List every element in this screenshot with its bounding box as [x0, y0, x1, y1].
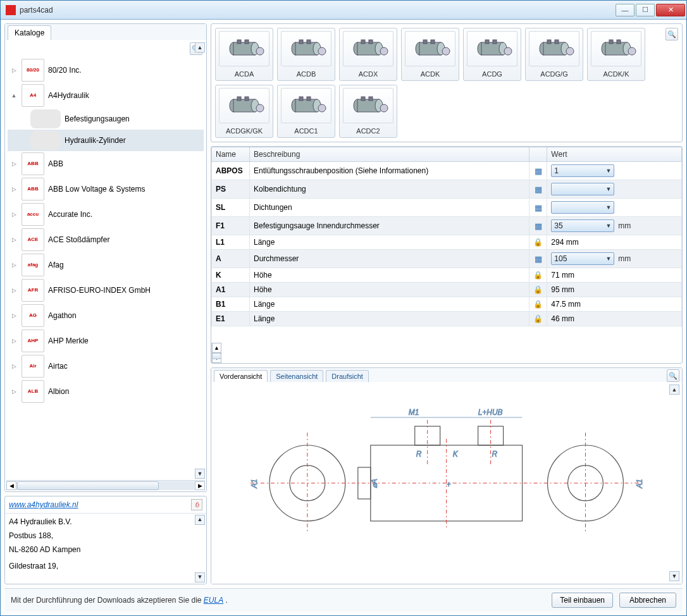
hscroll-track[interactable] [17, 481, 194, 490]
sidebar-item[interactable]: ▷AFRAFRISO-EURO-INDEX GmbH [8, 278, 204, 303]
tree-scroll-down[interactable]: ▼ [195, 469, 205, 479]
vscroll-up[interactable]: ▲ [212, 343, 221, 353]
preview-scroll-up[interactable]: ▲ [669, 385, 679, 395]
cancel-button[interactable]: Abbrechen [619, 593, 676, 608]
expander-icon[interactable]: ▷ [10, 287, 18, 293]
param-dropdown[interactable]: 105▼ [551, 252, 614, 265]
eula-link[interactable]: EULA [204, 596, 223, 605]
param-row: B1Länge🔒47.5 mm [212, 297, 682, 312]
tab-kataloge[interactable]: Kataloge [8, 25, 51, 40]
params-vscroll[interactable]: ▲ ▼ [211, 343, 221, 363]
svg-rect-53 [307, 97, 311, 101]
part-thumb[interactable]: ACDK/K [587, 28, 645, 81]
preview-body: M1 L+HUB R K R ⌀A A1 A1 + [211, 382, 682, 584]
expander-icon[interactable]: ▷ [10, 237, 18, 243]
svg-point-57 [380, 104, 388, 112]
hscroll-left[interactable]: ◀ [6, 481, 16, 490]
grid-icon[interactable]: ▦ [535, 254, 542, 264]
client-area: Kataloge 🔍 ▷80/2080/20 Inc.▲A4A4Hydrauli… [1, 20, 686, 615]
sidebar-item[interactable]: ▷ABBABB Low Voltage & Systems [8, 176, 204, 202]
thumbs-search-button[interactable]: 🔍 [665, 28, 678, 40]
part-thumb[interactable]: ACDG/G [525, 28, 583, 81]
minimize-button[interactable]: — [616, 4, 634, 16]
col-desc[interactable]: Beschreibung [250, 147, 529, 162]
param-value-cell: 46 mm [547, 312, 682, 326]
expander-icon[interactable]: ▷ [10, 312, 18, 319]
tree-scroll-up[interactable]: ▲ [195, 42, 205, 52]
sidebar-item[interactable]: ▷AirAirtac [8, 354, 204, 379]
sidebar-item[interactable]: ▷ALBAlbion [8, 379, 204, 404]
info-line: A4 Hydrauliek B.V. [9, 516, 202, 527]
thumb-label: ACDX [359, 70, 378, 78]
param-dropdown[interactable]: 1▼ [551, 164, 614, 177]
grid-icon[interactable]: ▦ [535, 166, 542, 176]
svg-point-45 [256, 104, 264, 112]
maximize-button[interactable]: ☐ [636, 4, 655, 16]
close-button[interactable]: ✕ [656, 4, 685, 16]
expander-icon[interactable]: ▷ [10, 363, 18, 369]
vendor-logo: accu [22, 203, 44, 226]
grid-icon[interactable]: ▦ [535, 185, 542, 194]
grid-icon[interactable]: ▦ [535, 221, 542, 231]
expander-icon[interactable]: ▷ [10, 211, 18, 218]
expander-icon[interactable]: ▷ [10, 388, 18, 395]
tree-hscroll[interactable]: ◀ ▶ [6, 480, 205, 490]
expander-icon[interactable]: ▲ [10, 92, 18, 99]
pdf-icon[interactable]: ⎙ [191, 499, 202, 510]
col-value[interactable]: Wert [547, 147, 682, 162]
info-scroll-down[interactable]: ▼ [195, 572, 205, 582]
sidebar-item[interactable]: ▷80/2080/20 Inc. [8, 58, 204, 83]
sidebar-item-label: A4Hydraulik [48, 91, 89, 100]
vendor-link[interactable]: www.a4hydrauliek.nl [9, 500, 78, 509]
param-icon-cell: 🔒 [529, 283, 547, 297]
param-dropdown[interactable]: 35▼ [551, 219, 614, 232]
sidebar-item[interactable]: ▷ACEACE Stoßdämpfer [8, 227, 204, 252]
svg-rect-52 [299, 97, 303, 101]
sidebar-item[interactable]: ▷AHPAHP Merkle [8, 328, 204, 354]
part-thumb[interactable]: ACDB [277, 28, 335, 81]
sidebar-item[interactable]: ▲A4A4Hydraulik [8, 83, 204, 108]
sidebar-item[interactable]: ▷accuAccurate Inc. [8, 202, 204, 227]
info-scroll-up[interactable]: ▲ [195, 515, 205, 525]
sidebar-item-label: Hydraulik-Zylinder [65, 136, 126, 145]
tab-vorderansicht[interactable]: Vorderansicht [214, 370, 268, 382]
svg-rect-59 [369, 97, 373, 101]
expander-icon[interactable]: ▷ [10, 262, 18, 268]
sidebar-subitem[interactable]: Hydraulik-Zylinder [8, 130, 204, 151]
preview-search-button[interactable]: 🔍 [667, 369, 679, 382]
param-icon-cell: 🔒 [529, 268, 547, 283]
preview-scroll-down[interactable]: ▼ [669, 571, 679, 581]
catalog-tabstrip: Kataloge [5, 24, 206, 40]
part-thumb[interactable]: ACDC1 [277, 85, 335, 138]
tab-seitenansicht[interactable]: Seitenansicht [270, 370, 323, 382]
part-thumb[interactable]: ACDC2 [339, 85, 397, 138]
params-table: Name Beschreibung Wert ABPOSEntlüftungss… [211, 147, 682, 326]
sidebar-item[interactable]: ▷ABBABB [8, 151, 204, 176]
part-thumb[interactable]: ACDA [215, 28, 273, 81]
expander-icon[interactable]: ▷ [10, 186, 18, 192]
vscroll-thumb[interactable] [212, 353, 221, 359]
param-dropdown[interactable]: ▼ [551, 183, 614, 195]
part-thumb[interactable]: ACDGK/GK [215, 85, 273, 138]
sidebar-item-label: 80/20 Inc. [48, 66, 82, 75]
part-thumb[interactable]: ACDK [401, 28, 459, 81]
build-button[interactable]: Teil einbauen [552, 593, 613, 608]
svg-point-9 [318, 47, 326, 55]
catalog-tree[interactable]: ▷80/2080/20 Inc.▲A4A4HydraulikBefestigun… [8, 58, 204, 475]
footer-message: Mit der Durchführung der Downloads akzep… [11, 596, 545, 605]
sidebar-item[interactable]: ▷afagAfag [8, 252, 204, 278]
hscroll-thumb[interactable] [17, 481, 159, 490]
expander-icon[interactable]: ▷ [10, 338, 18, 344]
sidebar-item[interactable]: ▷AGAgathon [8, 303, 204, 328]
sidebar-subitem[interactable]: Befestigungsaugen [8, 108, 204, 130]
expander-icon[interactable]: ▷ [10, 67, 18, 73]
col-name[interactable]: Name [212, 147, 250, 162]
part-thumb[interactable]: ACDG [463, 28, 521, 81]
param-dropdown[interactable]: ▼ [551, 201, 614, 214]
tab-draufsicht[interactable]: Draufsicht [326, 370, 369, 382]
hscroll-right[interactable]: ▶ [195, 481, 205, 490]
grid-icon[interactable]: ▦ [535, 203, 542, 213]
svg-rect-23 [431, 40, 435, 44]
part-thumb[interactable]: ACDX [339, 28, 397, 81]
expander-icon[interactable]: ▷ [10, 161, 18, 167]
